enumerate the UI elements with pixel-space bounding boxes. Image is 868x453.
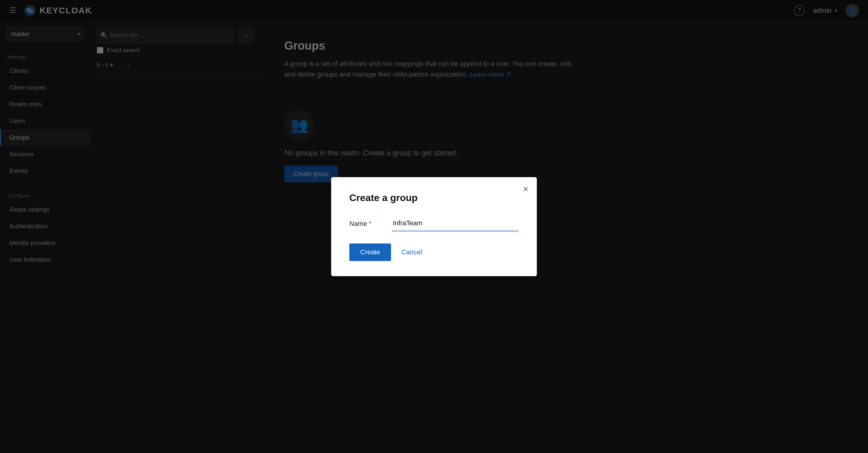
modal-close-button[interactable]: ×	[523, 185, 528, 194]
modal-title: Create a group	[349, 192, 519, 203]
required-indicator: *	[369, 220, 371, 227]
modal-cancel-button[interactable]: Cancel	[398, 244, 425, 261]
modal-overlay[interactable]: × Create a group Name * Create Cancel	[0, 0, 868, 453]
modal-actions: Create Cancel	[349, 244, 519, 261]
modal-create-button[interactable]: Create	[349, 244, 391, 261]
name-label: Name *	[349, 216, 379, 228]
create-group-modal: × Create a group Name * Create Cancel	[331, 177, 537, 276]
name-form-row: Name *	[349, 216, 519, 231]
group-name-input[interactable]	[392, 216, 519, 231]
